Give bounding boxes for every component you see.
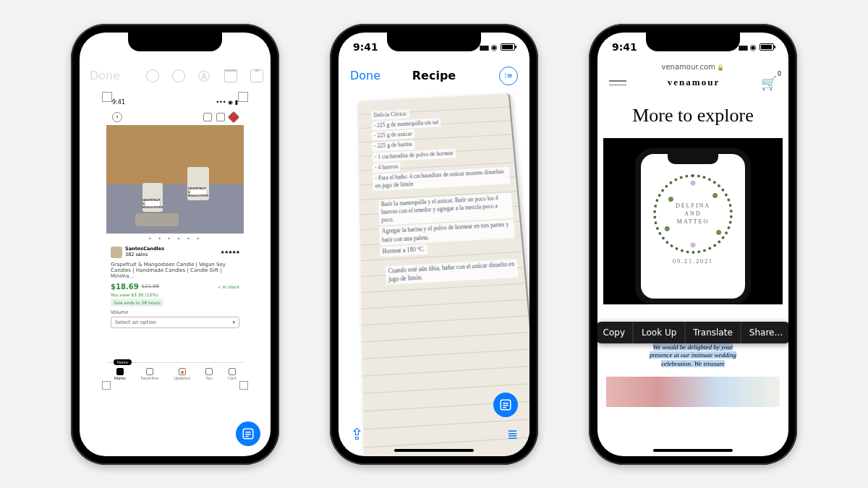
inner-indicators: ••• ◉ ▮ [216, 99, 238, 106]
rating-stars: ★★★★★ [221, 249, 239, 255]
done-button[interactable]: Done [350, 69, 380, 82]
phone-screenshot-markup: 9:41 Done 9:41 ••• ◉ ▮ ‹ [71, 24, 279, 465]
status-time: 9:41 [94, 41, 119, 53]
url-text: venamour.com [661, 63, 715, 71]
signal-icon [221, 42, 229, 52]
status-time: 9:41 [353, 41, 378, 53]
list-icon[interactable]: ≣ [507, 427, 518, 442]
notch [646, 33, 740, 51]
product-price: $18.69 [111, 283, 139, 291]
next-card-preview[interactable] [606, 377, 780, 407]
stock-badge: In stock [218, 284, 239, 289]
note-title: Recipe [412, 69, 456, 82]
tab-pill: Home [114, 359, 132, 365]
phone-notes-recipe: 9:41 Done Recipe Delicia Cítrica: - 225 … [330, 24, 538, 465]
wifi-icon [749, 42, 757, 52]
share-icon[interactable]: ⇪ [350, 425, 363, 443]
cart-count: 0 [778, 71, 781, 77]
inner-tab-bar: Home Home Favorites Updates You Cart [106, 362, 244, 385]
notes-nav-bar: Done Recipe [339, 61, 529, 90]
url-bar[interactable]: venamour.com [597, 61, 788, 75]
note-photo: Delicia Cítrica: - 225 g de mantequilla … [339, 98, 529, 420]
live-text-button[interactable] [493, 393, 518, 417]
signal-icon [739, 42, 747, 52]
status-time: 9:41 [612, 41, 637, 53]
selected-text[interactable]: We would be delighted by your presence a… [646, 343, 740, 369]
text-action-menu: Copy Look Up Translate Share… [597, 322, 788, 343]
inner-nav: ‹ [106, 109, 244, 125]
tab-home[interactable]: Home [114, 368, 125, 380]
markup-toolbar: Done [80, 61, 271, 90]
heart-icon[interactable] [228, 111, 240, 123]
wifi-icon [490, 42, 498, 52]
inv-name-2: MATTEO [677, 218, 709, 225]
recipe-title[interactable]: Delicia Cítrica: [371, 109, 409, 120]
home-indicator[interactable] [653, 449, 733, 452]
inv-date: 09.21.2021 [648, 258, 738, 265]
inv-name-1: DELFINA [676, 202, 710, 209]
inner-share-icon[interactable] [216, 113, 225, 121]
undo-button[interactable] [146, 68, 159, 84]
menu-share[interactable]: Share… [741, 322, 788, 343]
brand-logo[interactable]: venamour [668, 77, 720, 88]
menu-translate[interactable]: Translate [685, 322, 741, 343]
select-placeholder: Select an option [115, 320, 156, 325]
candle-label: GRAPEFRUIT & MANGOSTEEN [145, 200, 161, 207]
hero-image: DELFINA AND MATTEO 09.21.2021 [603, 138, 783, 304]
volume-label: Volume [106, 308, 244, 317]
screenshot-crop-canvas[interactable]: 9:41 ••• ◉ ▮ ‹ GRAPEFRUIT & MANGOSTEEN G… [106, 96, 244, 385]
home-indicator[interactable] [394, 449, 474, 452]
wreath-graphic: DELFINA AND MATTEO [653, 174, 733, 254]
share-button[interactable] [250, 68, 263, 84]
carousel-dots[interactable]: • • • • • • [106, 234, 244, 244]
product-photo: GRAPEFRUIT & MANGOSTEEN GRAPEFRUIT & MAN… [106, 125, 244, 234]
product-old-price: $21.99 [142, 283, 160, 289]
lock-icon [715, 63, 725, 71]
sale-chip: Sale ends in 28 hours [111, 299, 163, 307]
battery-icon [501, 43, 515, 51]
markup-pen-button[interactable] [198, 68, 211, 84]
signal-icon [480, 42, 488, 52]
home-indicator[interactable] [135, 449, 215, 452]
tab-cart[interactable]: Cart [228, 368, 237, 380]
live-text-button[interactable] [236, 421, 260, 446]
redo-button[interactable] [172, 68, 185, 84]
tab-updates[interactable]: Updates [174, 368, 190, 380]
mini-phone-mock: DELFINA AND MATTEO 09.21.2021 [635, 148, 751, 304]
store-sales: 382 sales [125, 252, 164, 257]
savings-text: You save $3.30 (15%) [106, 292, 244, 297]
candle-label: GRAPEFRUIT & MANGOSTEEN [190, 189, 207, 196]
back-icon[interactable]: ‹ [112, 112, 122, 122]
store-avatar [111, 247, 122, 258]
product-title: Grapefruit & Mangosteen Candle | Vegan S… [106, 260, 244, 281]
notch [128, 33, 222, 51]
tab-favorites[interactable]: Favorites [141, 368, 159, 380]
inner-time: 9:41 [112, 99, 125, 106]
phone-safari-web: 9:41 venamour.com venamour 🛒0 More to ex… [589, 24, 797, 465]
wifi-icon [231, 42, 239, 52]
tab-you[interactable]: You [205, 368, 213, 380]
comment-icon[interactable] [203, 113, 212, 121]
cart-icon[interactable]: 🛒0 [761, 75, 777, 90]
site-header: venamour 🛒0 [597, 75, 788, 98]
battery-icon [242, 43, 256, 51]
battery-icon [760, 43, 774, 51]
chevron-down-icon: ▾ [232, 320, 235, 325]
inner-status-bar: 9:41 ••• ◉ ▮ [106, 96, 244, 109]
hamburger-icon[interactable] [609, 77, 626, 87]
menu-lookup[interactable]: Look Up [634, 322, 685, 343]
done-button[interactable]: Done [90, 69, 120, 82]
live-text-toggle[interactable] [499, 67, 518, 85]
trash-button[interactable] [224, 68, 237, 84]
store-row[interactable]: SantosCandles 382 sales ★★★★★ [106, 244, 244, 260]
hero-heading: More to explore [597, 98, 788, 138]
variant-select[interactable]: Select an option ▾ [111, 317, 239, 328]
note-bottom-bar: ⇪ ≣ [339, 425, 529, 443]
inv-and: AND [684, 210, 701, 217]
menu-copy[interactable]: Copy [597, 322, 634, 343]
notch [387, 33, 481, 51]
